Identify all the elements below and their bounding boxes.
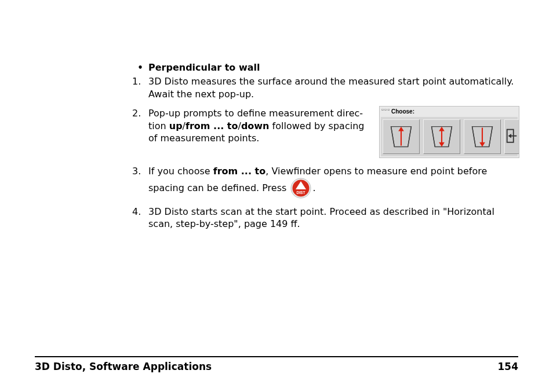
popup-grip-icon: ▫▫▫ [381,107,390,112]
bullet-item: • Perpendicular to wall [132,62,518,73]
bullet-marker: • [132,63,148,73]
step-2-text: Pop-up prompts to define measurement dir… [148,107,371,145]
popup-toolbar [381,117,518,156]
svg-marker-18 [508,134,512,138]
footer-title: 3D Disto, Software Applications [35,361,212,372]
svg-marker-9 [439,127,445,131]
svg-line-1 [391,127,395,147]
svg-marker-15 [479,142,485,147]
ordered-steps: 3D Disto measures the surface around the… [132,75,518,230]
direction-up-button[interactable] [383,119,420,154]
step-2: Pop-up prompts to define measurement dir… [132,107,518,158]
choose-popup: ▫▫▫ Choose: [379,106,519,158]
svg-text:DIST: DIST [297,190,305,195]
document-page: • Perpendicular to wall 3D Disto measure… [0,0,553,392]
svg-line-7 [449,127,452,147]
bullet-heading: Perpendicular to wall [148,62,260,73]
svg-line-2 [408,127,412,147]
direction-from-to-button[interactable] [423,119,460,154]
step-4: 3D Disto starts scan at the start point.… [132,206,518,230]
svg-line-6 [432,127,435,147]
step-4-text: 3D Disto starts scan at the start point.… [148,206,494,230]
footer-rule [35,356,518,357]
step-1: 3D Disto measures the surface around the… [132,75,518,100]
step-1-text: 3D Disto measures the surface around the… [148,76,514,100]
svg-marker-10 [439,142,445,147]
svg-line-13 [489,127,493,147]
svg-marker-4 [398,127,404,131]
page-footer: 3D Disto, Software Applications 154 [35,356,518,372]
svg-line-12 [472,127,476,147]
page-number: 154 [498,361,519,372]
step-3: If you choose from ... to, Viewfinder op… [132,165,518,199]
direction-down-button[interactable] [464,119,501,154]
exit-button[interactable] [504,119,519,154]
dist-icon: DIST [290,178,311,199]
popup-title: Choose: [391,108,414,116]
